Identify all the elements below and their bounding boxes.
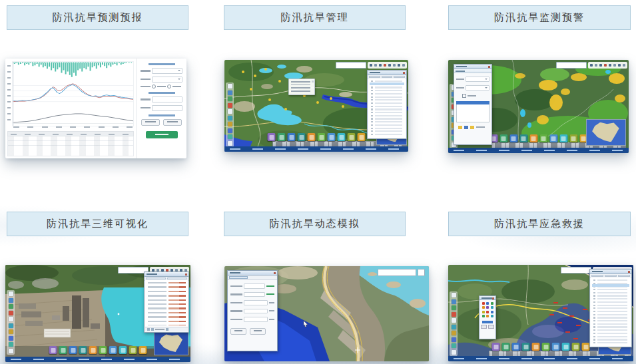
palette-icon[interactable] [486,315,489,317]
map-tool-icon[interactable] [228,122,232,126]
selected-layer-row[interactable] [370,83,404,85]
pick-link[interactable] [266,293,274,295]
result-list[interactable] [456,104,489,122]
dock-app-icon[interactable] [358,133,366,141]
dock-app-icon[interactable] [542,343,550,351]
dock-app-icon[interactable] [512,343,520,351]
map-tool-icon[interactable] [9,304,13,309]
layer-tree[interactable] [368,79,406,138]
dock-app-icon[interactable] [519,134,527,142]
dock-app-icon[interactable] [509,134,517,142]
palette-icon[interactable] [491,306,493,309]
map-tool-icon[interactable] [452,312,456,317]
palette-icon[interactable] [486,306,489,309]
feature-title-management[interactable]: 防汛抗旱管理 [224,5,406,30]
toolbar-icon[interactable] [609,64,611,67]
screenshot-emergency-rescue[interactable] [448,265,633,361]
dock-app-icon[interactable] [298,133,306,141]
pick-link[interactable] [266,285,274,287]
dock-app-icon[interactable] [99,346,107,354]
secondary-button[interactable] [163,119,182,126]
map-tool-icon[interactable] [452,343,456,348]
mini-button[interactable] [470,126,474,129]
dock-app-icon[interactable] [499,134,507,142]
map-tool-icon[interactable] [452,331,456,335]
toolbar-icon[interactable] [595,64,597,67]
toolbar-icon[interactable] [618,64,621,67]
map-tool-icon[interactable] [9,349,13,353]
dock-app-icon[interactable] [328,133,336,141]
search-button[interactable] [418,269,425,276]
clear-button[interactable] [250,328,266,335]
toolbar-icon[interactable] [393,64,396,67]
dock-app-icon[interactable] [549,134,557,142]
toolbar-icon[interactable] [599,64,602,67]
submit-button[interactable] [146,131,178,138]
palette-icon[interactable] [486,302,489,305]
active-tab[interactable] [229,276,248,279]
map-tool-icon[interactable] [9,291,13,296]
search-input[interactable] [556,62,587,69]
toolbar-icon[interactable] [604,64,607,67]
map-tool-icon[interactable] [452,337,456,342]
dock-app-icon[interactable] [119,346,127,354]
date-input[interactable] [466,77,489,82]
number-input[interactable] [244,317,268,322]
dock-app-icon[interactable] [318,133,326,141]
select-input[interactable] [152,68,182,74]
pager-button[interactable] [147,328,150,331]
toolbar-icon[interactable] [379,64,382,67]
dock-app-icon[interactable] [582,343,590,351]
tab[interactable] [146,277,166,279]
toolbar-icon[interactable] [623,64,625,67]
tab[interactable] [369,76,380,78]
dock-app-icon[interactable] [79,346,87,354]
tab[interactable] [382,76,393,78]
dock-app-icon[interactable] [348,133,356,141]
palette-icon[interactable] [491,315,493,317]
dock-app-icon[interactable] [532,343,540,351]
dialog-titlebar[interactable] [228,271,277,275]
map-tool-icon[interactable] [452,318,456,323]
dock-app-icon[interactable] [268,133,276,141]
search-input[interactable] [336,62,366,69]
map-tool-icon[interactable] [228,116,232,120]
select-input[interactable] [152,77,182,83]
number-input[interactable] [244,309,268,314]
run-button[interactable] [230,328,246,335]
dock-app-icon[interactable] [59,346,67,354]
tab[interactable] [591,275,603,277]
palette-selected[interactable] [482,321,493,323]
search-input[interactable] [378,269,416,276]
selected-layer-row[interactable] [592,284,629,287]
overview-minimap[interactable] [586,119,626,146]
checkbox[interactable] [462,94,466,98]
dock-app-icon[interactable] [559,134,567,142]
pager-button[interactable] [151,328,154,331]
map-tool-icon[interactable] [9,342,13,347]
map-tool-icon[interactable] [9,298,13,303]
feature-title-monitoring[interactable]: 防汛抗旱监测预警 [448,5,631,30]
feature-title-3d[interactable]: 防汛抗旱三维可视化 [7,212,188,236]
panel-titlebar[interactable] [145,272,188,277]
map-tool-icon[interactable] [452,350,456,355]
text-input[interactable] [244,292,265,297]
palette-icon[interactable] [491,302,493,305]
palette-icon[interactable] [491,311,493,313]
dock-app-icon[interactable] [89,346,97,354]
toolbar-icon[interactable] [590,64,593,67]
secondary-button[interactable] [141,119,160,126]
toolbar-icon[interactable] [384,64,386,67]
dock-app-icon[interactable] [529,134,537,142]
dock-app-icon[interactable] [569,134,577,142]
map-tool-icon[interactable] [228,96,232,101]
toolbar-icon[interactable] [613,64,616,67]
tab[interactable] [167,277,187,279]
map-tool-icon[interactable] [228,103,232,108]
map-tool-icon[interactable] [452,325,456,329]
dock-app-icon[interactable] [129,346,137,354]
map-tool-icon[interactable] [452,299,456,304]
map-tool-icon[interactable] [228,91,232,95]
map-tool-icon[interactable] [452,305,456,310]
screenshot-dynamic-simulation[interactable] [224,266,429,361]
